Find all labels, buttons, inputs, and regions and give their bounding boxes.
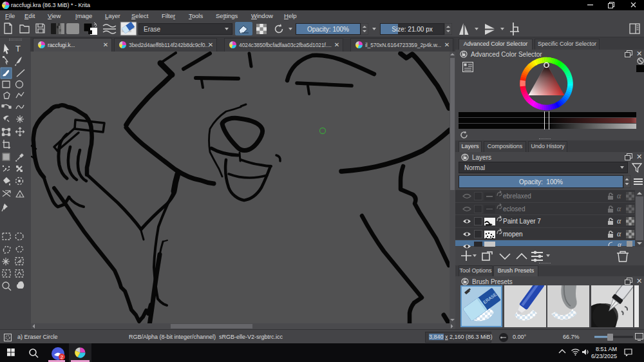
svg-text:α: α [618,241,621,247]
svg-text:T: T [15,44,21,53]
svg-text:2: 2 [61,354,64,360]
